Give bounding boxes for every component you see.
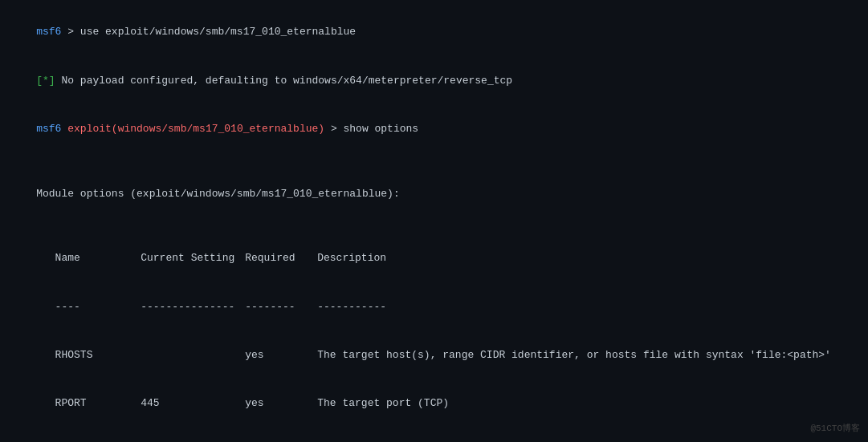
command-line-2: msf6 exploit(windows/smb/ms17_010_eterna… [11, 105, 857, 153]
col-desc-header-1: Description [317, 252, 386, 264]
col-setting-sep-1: --------------- [141, 299, 245, 315]
info-line-1: [*] No payload configured, defaulting to… [11, 56, 857, 104]
terminal-window: msf6 > use exploit/windows/smb/ms17_010_… [11, 8, 857, 442]
rhosts-desc: The target host(s), range CIDR identifie… [317, 349, 831, 361]
col-required-header-1: Required [245, 250, 317, 266]
table1-row-smbdomain: SMBDomain.no(Optional) The Windows domai… [11, 428, 857, 442]
col-name-header-1: Name [36, 250, 141, 266]
info-text-1: No payload configured, defaulting to win… [55, 75, 513, 87]
rport-name: RPORT [36, 395, 141, 412]
col-setting-header-1: Current Setting [141, 250, 245, 266]
module-options-header: Module options (exploit/windows/smb/ms17… [11, 169, 857, 217]
col-name-sep-1: ---- [36, 299, 141, 315]
command-line-1: msf6 > use exploit/windows/smb/ms17_010_… [11, 8, 857, 56]
col-desc-sep-1: ----------- [317, 301, 386, 313]
prompt-msf6-2: msf6 [36, 123, 61, 135]
rhosts-name: RHOSTS [36, 347, 141, 363]
blank-line-1 [11, 153, 857, 169]
rport-setting: 445 [141, 395, 245, 412]
module-name-2: exploit(windows/smb/ms17_010_eternalblue… [67, 123, 324, 135]
table1-sep-row: -------------------------------------- [11, 282, 857, 330]
table1-row-rhosts: RHOSTSyesThe target host(s), range CIDR … [11, 331, 857, 379]
module-options-text: Module options (exploit/windows/smb/ms17… [36, 188, 399, 200]
watermark-text: @51CTO博客 [810, 422, 860, 434]
table1-row-rport: RPORT445yesThe target port (TCP) [11, 379, 857, 428]
col-required-sep-1: -------- [245, 299, 317, 315]
blank-line-2 [11, 218, 857, 234]
rhosts-required: yes [245, 347, 317, 363]
cmd-text-2: > show options [324, 123, 418, 135]
info-bracket-1: [*] [36, 75, 55, 87]
prompt-msf6-1: msf6 [36, 26, 61, 38]
rport-required: yes [245, 395, 317, 412]
table1-header-row: NameCurrent SettingRequiredDescription [11, 234, 857, 282]
cmd-text-1: > use exploit/windows/smb/ms17_010_etern… [61, 26, 356, 38]
rport-desc: The target port (TCP) [317, 397, 449, 409]
